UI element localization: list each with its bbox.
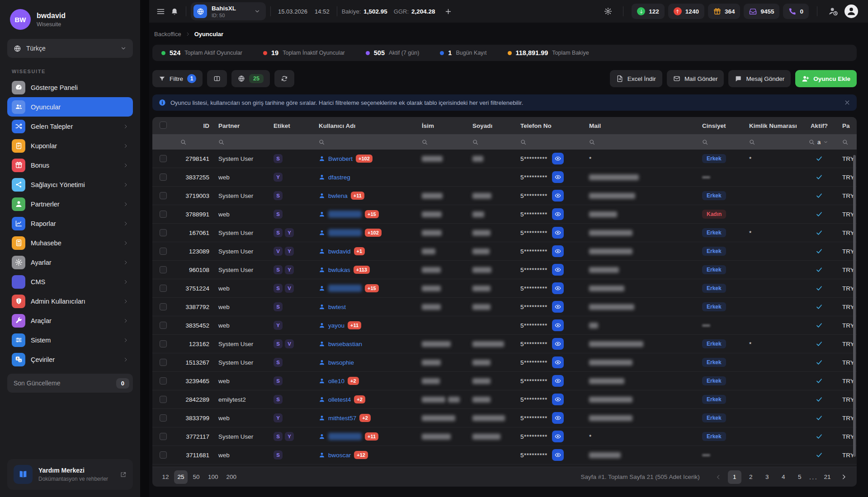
person-clock-icon-button[interactable] — [826, 4, 841, 19]
table-row[interactable]: 123089 System User VY bwdavid+1 5*******… — [152, 242, 857, 261]
sidebar-item--eviriler[interactable]: Az Çeviriler — [7, 350, 133, 369]
sidebar-item-sistem[interactable]: Sistem — [7, 330, 133, 350]
country-filter-button[interactable]: 25 — [231, 70, 270, 87]
username-link[interactable]: olletest4 — [319, 396, 351, 403]
row-checkbox[interactable] — [160, 211, 167, 218]
sidebar-item-kuponlar[interactable]: Kuponlar — [7, 136, 133, 155]
add-player-button[interactable]: Oyuncu Ekle — [795, 70, 857, 87]
column-header-aktif-[interactable]: Aktif? — [802, 122, 836, 129]
column-header-mail[interactable]: Mail — [583, 122, 696, 129]
row-checkbox[interactable] — [160, 173, 167, 181]
page-3[interactable]: 3 — [760, 470, 774, 484]
eye-reveal-button[interactable] — [552, 245, 564, 257]
filter-id[interactable] — [174, 139, 212, 145]
eye-reveal-button[interactable] — [552, 449, 564, 461]
table-row[interactable]: 3751224 web SV +15 5********* Erkek TRY — [152, 279, 857, 298]
table-row[interactable]: 3772117 System User SY +11 5********* * … — [152, 427, 857, 446]
page-2[interactable]: 2 — [744, 470, 758, 484]
page-size-12[interactable]: 12 — [159, 470, 172, 484]
settings-gear-button[interactable] — [601, 5, 615, 18]
page-21[interactable]: 21 — [821, 470, 834, 484]
company-select[interactable]: BahisXL ID: 50 — [191, 2, 266, 20]
username-link[interactable] — [319, 229, 362, 236]
table-row[interactable]: 123162 System User SV bwsebastian 5*****… — [152, 335, 857, 353]
eye-reveal-button[interactable] — [552, 394, 564, 405]
username-link[interactable] — [319, 211, 362, 218]
filter-cinsiyet[interactable] — [696, 139, 743, 145]
eye-reveal-button[interactable] — [552, 171, 564, 183]
eye-reveal-button[interactable] — [552, 264, 564, 276]
send-message-button[interactable]: Mesaj Gönder — [728, 70, 791, 87]
topbar-badge-arrow-up-icon[interactable]: 1240 — [668, 4, 704, 19]
prev-page-button[interactable] — [712, 470, 725, 484]
row-checkbox[interactable] — [160, 229, 167, 236]
table-row[interactable]: 960108 System User SY bwlukas+113 5*****… — [152, 261, 857, 279]
username-link[interactable]: olle10 — [319, 378, 344, 384]
username-link[interactable]: dfastreg — [319, 174, 350, 181]
row-checkbox[interactable] — [160, 359, 167, 366]
page-size-200[interactable]: 200 — [223, 470, 240, 484]
column-header-soyad-[interactable]: Soyadı — [466, 122, 514, 129]
table-row[interactable]: 3239465 web S olle10+2 5********* Erkek … — [152, 372, 857, 390]
sidebar-item-oyuncular[interactable]: Oyuncular — [7, 97, 133, 117]
table-row[interactable]: 3837255 web Y dfastreg 5********* TRY — [152, 168, 857, 187]
row-checkbox[interactable] — [160, 377, 167, 384]
filter-button[interactable]: Filtre 1 — [152, 70, 203, 87]
close-icon[interactable] — [844, 99, 850, 106]
row-checkbox[interactable] — [160, 303, 167, 310]
language-select[interactable]: Türkçe — [7, 39, 133, 58]
table-row[interactable]: 2842289 emilytest2 S olletest4+2 5******… — [152, 390, 857, 409]
page-4[interactable]: 4 — [777, 470, 790, 484]
username-link[interactable]: mithtest57 — [319, 415, 356, 422]
row-checkbox[interactable] — [160, 396, 167, 403]
topbar-badge-arrow-down-icon[interactable]: 122 — [632, 4, 665, 19]
next-page-button[interactable] — [837, 470, 850, 484]
account-avatar-button[interactable] — [844, 5, 858, 18]
sidebar-item-muhasebe[interactable]: Muhasebe — [7, 233, 133, 253]
sidebar-item-partnerler[interactable]: Partnerler — [7, 194, 133, 214]
row-checkbox[interactable] — [160, 340, 167, 347]
filter-pa[interactable] — [836, 139, 857, 145]
sidebar-item-g-sterge-paneli[interactable]: Gösterge Paneli — [7, 78, 133, 97]
page-size-100[interactable]: 100 — [205, 470, 222, 484]
column-header-kullan-c-ad-[interactable]: Kullanıcı Adı — [312, 122, 415, 129]
page-size-50[interactable]: 50 — [189, 470, 203, 484]
sidebar-item-bonus[interactable]: Bonus — [7, 155, 133, 175]
table-row[interactable]: 3711681 web S bwoscar+12 5********* TRY — [152, 446, 857, 464]
page-size-25[interactable]: 25 — [174, 470, 188, 484]
username-link[interactable]: bwlena — [319, 192, 348, 199]
sidebar-item-ayarlar[interactable]: Ayarlar — [7, 253, 133, 272]
user-profile[interactable]: BW bwdavid Wisesuite — [7, 9, 133, 30]
select-all-checkbox[interactable] — [160, 122, 167, 129]
username-link[interactable]: bwtest — [319, 304, 346, 310]
filter-partner[interactable] — [212, 139, 267, 145]
filter-telefon-no[interactable] — [514, 139, 583, 145]
page-1[interactable]: 1 — [728, 470, 741, 484]
send-mail-button[interactable]: Mail Gönder — [667, 70, 724, 87]
username-link[interactable]: bwsophie — [319, 359, 354, 366]
eye-reveal-button[interactable] — [552, 431, 564, 442]
column-header-cinsiyet[interactable]: Cinsiyet — [696, 122, 743, 129]
sidebar-item-admin-kullan-c-lar-[interactable]: Admin Kullanıcıları — [7, 291, 133, 311]
table-row[interactable]: 3833799 web Y mithtest57+2 5********* Er… — [152, 409, 857, 427]
column-header-etiket[interactable]: Etiket — [267, 122, 312, 129]
username-link[interactable]: bwoscar — [319, 452, 351, 459]
sidebar-item-ara-lar[interactable]: Araçlar — [7, 311, 133, 330]
column-header-pa[interactable]: Pa — [836, 122, 857, 129]
eye-reveal-button[interactable] — [552, 190, 564, 202]
filter-aktif[interactable]: a — [802, 139, 836, 145]
table-row[interactable]: 3835452 web Y yayou+11 5********* TRY — [152, 316, 857, 335]
menu-button[interactable] — [154, 5, 168, 19]
row-checkbox[interactable] — [160, 414, 167, 422]
eye-reveal-button[interactable] — [552, 356, 564, 368]
table-row[interactable]: 2798141 System User S Bwrobert+102 5****… — [152, 150, 857, 168]
row-checkbox[interactable] — [160, 433, 167, 440]
sidebar-item-cms[interactable]: CMS — [7, 272, 133, 291]
breadcrumb-backoffice[interactable]: Backoffice — [154, 31, 181, 38]
table-row[interactable]: 3719003 System User S bwlena+11 5*******… — [152, 187, 857, 205]
column-header-telefon-no[interactable]: Telefon No — [514, 122, 583, 129]
username-link[interactable]: bwsebastian — [319, 341, 362, 347]
column-header-id[interactable]: ID — [174, 122, 212, 129]
sidebar-item-sa-lay-c-y-netimi[interactable]: Sağlayıcı Yönetimi — [7, 175, 133, 194]
username-link[interactable]: yayou — [319, 322, 344, 329]
